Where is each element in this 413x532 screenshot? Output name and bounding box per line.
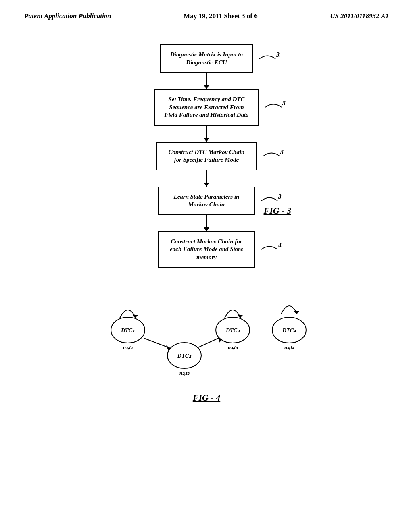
flowchart-fig3: FIG - 3 Diagnostic Matrix is Input to Di… <box>106 44 307 268</box>
svg-text:n₄,t₄: n₄,t₄ <box>284 344 294 350</box>
flowchart-row-3: Construct DTC Markov Chain for Specific … <box>156 142 257 170</box>
arrow-1 <box>206 73 207 89</box>
svg-text:n₂,t₂: n₂,t₂ <box>179 370 190 376</box>
svg-text:DTC₂: DTC₂ <box>177 353 192 359</box>
flowchart-row-1: Diagnostic Matrix is Input to Diagnostic… <box>160 44 253 73</box>
svg-marker-7 <box>294 311 299 314</box>
header-center: May 19, 2011 Sheet 3 of 6 <box>184 12 258 20</box>
ref-curve-3: 36 <box>259 148 284 164</box>
svg-text:DTC₃: DTC₃ <box>225 328 240 334</box>
ref-curve-5: 40 <box>257 241 282 258</box>
flow-box-1: Diagnostic Matrix is Input to Diagnostic… <box>160 44 253 73</box>
arrow-3 <box>206 170 207 187</box>
svg-text:40: 40 <box>278 242 282 249</box>
svg-text:38: 38 <box>278 193 282 200</box>
svg-text:DTC₁: DTC₁ <box>121 328 135 334</box>
fig4-section: DTC₁ DTC₂ DTC₃ DTC₄ n₁,t₁ n₂,t₂ n₃,t₃ n₄… <box>81 296 332 403</box>
svg-text:DTC₄: DTC₄ <box>282 328 296 334</box>
flow-box-5: Construct Markov Chain for each Failure … <box>158 231 255 268</box>
flow-box-3: Construct DTC Markov Chain for Specific … <box>156 142 257 170</box>
arrow-2 <box>206 126 207 142</box>
ref-curve-1: 32 <box>255 51 280 67</box>
header-left: Patent Application Publication <box>24 12 111 20</box>
header-right: US 2011/0118932 A1 <box>330 12 389 20</box>
svg-line-8 <box>144 338 170 348</box>
fig4-diagram: DTC₁ DTC₂ DTC₃ DTC₄ n₁,t₁ n₂,t₂ n₃,t₃ n₄… <box>81 296 332 384</box>
svg-text:36: 36 <box>280 148 284 155</box>
flow-box-2: Set Time. Frequency and DTC Sequence are… <box>154 89 259 126</box>
arrow-4 <box>206 215 207 231</box>
flowchart-row-2: Set Time. Frequency and DTC Sequence are… <box>154 89 259 126</box>
flowchart-row-5: Construct Markov Chain for each Failure … <box>158 231 255 268</box>
svg-text:32: 32 <box>276 51 280 58</box>
ref-curve-4: 38 <box>257 193 282 209</box>
fig4-label: FIG - 4 <box>193 393 220 403</box>
svg-text:n₁,t₁: n₁,t₁ <box>123 344 133 350</box>
main-content: FIG - 3 Diagnostic Matrix is Input to Di… <box>0 20 413 403</box>
ref-curve-2: 34 <box>261 99 286 115</box>
svg-text:n₃,t₃: n₃,t₃ <box>228 344 238 350</box>
page-header: Patent Application Publication May 19, 2… <box>0 0 413 20</box>
flow-box-4: Learn State Parameters in Markov Chain 3… <box>158 187 255 215</box>
flowchart-row-4: Learn State Parameters in Markov Chain 3… <box>158 187 255 215</box>
svg-text:34: 34 <box>282 100 286 106</box>
